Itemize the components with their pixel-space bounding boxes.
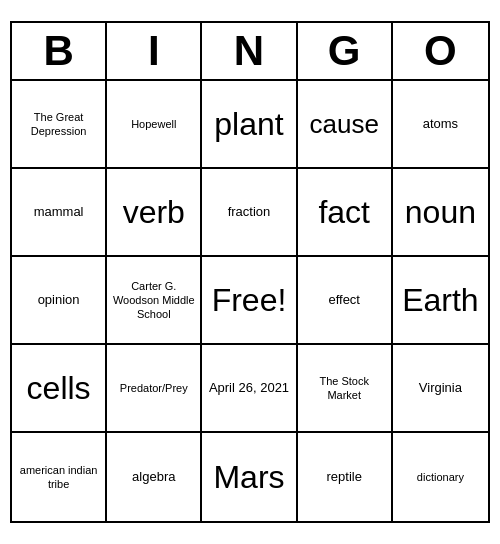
bingo-cell: american indian tribe bbox=[12, 433, 107, 521]
cell-text: reptile bbox=[326, 469, 361, 486]
bingo-cell: Free! bbox=[202, 257, 297, 345]
cell-text: Hopewell bbox=[131, 117, 176, 131]
bingo-header: BINGO bbox=[12, 23, 488, 81]
bingo-cell: verb bbox=[107, 169, 202, 257]
cell-text: algebra bbox=[132, 469, 175, 486]
cell-text: mammal bbox=[34, 204, 84, 221]
cell-text: noun bbox=[405, 194, 476, 231]
bingo-cell: plant bbox=[202, 81, 297, 169]
bingo-cell: The Great Depression bbox=[12, 81, 107, 169]
cell-text: american indian tribe bbox=[16, 463, 101, 492]
bingo-cell: fact bbox=[298, 169, 393, 257]
bingo-cell: Earth bbox=[393, 257, 488, 345]
cell-text: fraction bbox=[228, 204, 271, 221]
cell-text: The Great Depression bbox=[16, 110, 101, 139]
header-letter: G bbox=[298, 23, 393, 79]
bingo-cell: reptile bbox=[298, 433, 393, 521]
cell-text: dictionary bbox=[417, 470, 464, 484]
header-letter: N bbox=[202, 23, 297, 79]
cell-text: atoms bbox=[423, 116, 458, 133]
bingo-card: BINGO The Great DepressionHopewellplantc… bbox=[10, 21, 490, 523]
bingo-cell: April 26, 2021 bbox=[202, 345, 297, 433]
header-letter: I bbox=[107, 23, 202, 79]
bingo-cell: Mars bbox=[202, 433, 297, 521]
cell-text: cells bbox=[27, 370, 91, 407]
bingo-cell: Predator/Prey bbox=[107, 345, 202, 433]
bingo-cell: Hopewell bbox=[107, 81, 202, 169]
cell-text: Mars bbox=[213, 459, 284, 496]
bingo-grid: The Great DepressionHopewellplantcauseat… bbox=[12, 81, 488, 521]
cell-text: Predator/Prey bbox=[120, 381, 188, 395]
bingo-cell: dictionary bbox=[393, 433, 488, 521]
cell-text: cause bbox=[310, 109, 379, 140]
cell-text: Carter G. Woodson Middle School bbox=[111, 279, 196, 322]
cell-text: verb bbox=[123, 194, 185, 231]
bingo-cell: cause bbox=[298, 81, 393, 169]
cell-text: Earth bbox=[402, 282, 478, 319]
cell-text: fact bbox=[318, 194, 370, 231]
bingo-cell: mammal bbox=[12, 169, 107, 257]
cell-text: opinion bbox=[38, 292, 80, 309]
bingo-cell: fraction bbox=[202, 169, 297, 257]
cell-text: Free! bbox=[212, 282, 287, 319]
bingo-cell: atoms bbox=[393, 81, 488, 169]
cell-text: April 26, 2021 bbox=[209, 380, 289, 397]
bingo-cell: effect bbox=[298, 257, 393, 345]
cell-text: plant bbox=[214, 106, 283, 143]
bingo-cell: cells bbox=[12, 345, 107, 433]
bingo-cell: Carter G. Woodson Middle School bbox=[107, 257, 202, 345]
header-letter: O bbox=[393, 23, 488, 79]
bingo-cell: noun bbox=[393, 169, 488, 257]
bingo-cell: opinion bbox=[12, 257, 107, 345]
bingo-cell: algebra bbox=[107, 433, 202, 521]
cell-text: Virginia bbox=[419, 380, 462, 397]
bingo-cell: The Stock Market bbox=[298, 345, 393, 433]
cell-text: effect bbox=[328, 292, 360, 309]
header-letter: B bbox=[12, 23, 107, 79]
bingo-cell: Virginia bbox=[393, 345, 488, 433]
cell-text: The Stock Market bbox=[302, 374, 387, 403]
